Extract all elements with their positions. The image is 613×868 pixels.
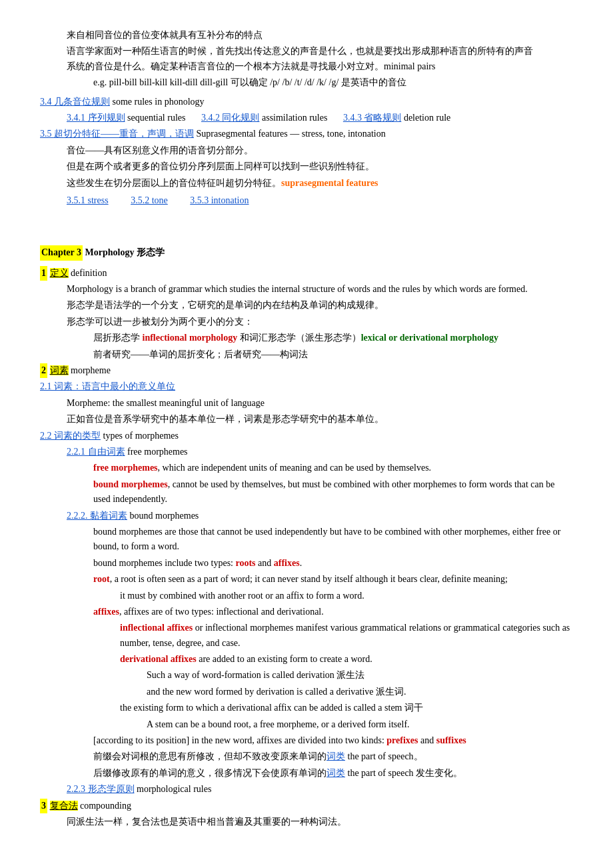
para-examples: e.g. pill-bill bill-kill kill-dill dill-…: [93, 75, 573, 90]
heading-3-4[interactable]: 3.4 几条音位规则 some rules in phonology: [40, 95, 573, 109]
chapter-3-heading: Chapter 3 Morphology 形态学: [40, 245, 573, 260]
chapter-cn: 形态学: [137, 247, 165, 257]
label-compounding-cn: 复合法: [50, 801, 78, 811]
heading-3-5-suffix: Suprasegmental features — stress, tone, …: [197, 129, 386, 139]
link-2-2-1[interactable]: 2.2.1 自由词素: [67, 447, 125, 457]
para-complement: 来自相同音位的音位变体就具有互补分布的特点: [67, 28, 573, 43]
para-bound-types: bound morphemes include two types: roots…: [93, 556, 573, 571]
section-3-heading: 3 复合法 compounding: [40, 799, 573, 813]
num-3: 3: [40, 799, 47, 813]
chapter-morphology: Morphology: [85, 247, 135, 257]
suffixes-label: suffixes: [436, 735, 466, 745]
supraseg-label: suprasegmental features: [281, 178, 378, 188]
heading-2-2-2[interactable]: 2.2.2. 黏着词素 bound morphemes: [67, 509, 573, 523]
para-derivational-affixes: derivational affixes are added to an exi…: [120, 652, 573, 667]
para-stem: the existing form to which a derivationa…: [120, 701, 573, 715]
label-definition: 定义: [50, 268, 69, 278]
para-stem-types: A stem can be a bound root, a free morph…: [147, 717, 573, 732]
para-derivative: and the new word formed by derivation is…: [147, 685, 573, 699]
para-morphology-def-en: Morphology is a branch of grammar which …: [67, 282, 573, 297]
para-3-5-1: 音位——具有区别意义作用的语音切分部分。: [67, 143, 573, 158]
link-3-5-2[interactable]: 3.5.2 tone: [131, 195, 168, 205]
heading-2-2-3[interactable]: 2.2.3 形态学原则 morphological rules: [67, 782, 573, 797]
part-of-speech-link-2[interactable]: 词类: [326, 768, 345, 778]
free-morphemes-label: free morphemes: [93, 463, 158, 473]
label-bound-morphemes: bound morphemes: [130, 511, 199, 521]
label-compounding-en: compounding: [80, 801, 131, 811]
roots-label: roots: [235, 558, 255, 568]
para-morphology-branches: 形态学可以进一步被划分为两个更小的分支：: [67, 315, 573, 329]
link-3-5[interactable]: 3.5 超切分特征——重音，声调，语调: [40, 129, 194, 139]
link-3-4-2[interactable]: 3.4.2 同化规则: [201, 113, 260, 123]
label-deletion: deletion rule: [404, 113, 450, 123]
affixes-label-1: affixes: [274, 558, 300, 568]
para-root-def: root, a root is often seen as a part of …: [93, 572, 573, 587]
heading-2-1[interactable]: 2.1 词素：语言中最小的意义单位: [40, 379, 573, 394]
affixes-label-2: affixes: [93, 607, 119, 617]
bound-morphemes-label: bound morphemes: [93, 479, 168, 489]
link-2-2[interactable]: 2.2 词素的类型: [40, 431, 101, 441]
label-morph-rules: morphological rules: [137, 784, 211, 794]
link-3-4-1[interactable]: 3.4.1 序列规则: [67, 113, 125, 123]
para-3-5-2: 但是在两个或者更多的音位切分序列层面上同样可以找到一些识别性特征。: [67, 159, 573, 174]
para-morphology-compare: 前者研究——单词的屈折变化；后者研究——构词法: [93, 347, 573, 362]
para-bound-morphemes-intro: bound morphemes, cannot be used by thems…: [93, 477, 573, 507]
para-morphology-def-cn: 形态学是语法学的一个分支，它研究的是单词的内在结构及单词的构成规律。: [67, 298, 573, 313]
heading-3-4-suffix: some rules in phonology: [113, 97, 205, 107]
label-sequential: sequential rules: [127, 113, 185, 123]
part-of-speech-link-1[interactable]: 词类: [326, 751, 345, 761]
section-2-heading: 2 词素 morpheme: [40, 363, 573, 378]
para-free-morphemes: free morphemes, which are independent un…: [93, 461, 573, 475]
para-compounding: 同派生法一样，复合法也是英语中相当普遍及其重要的一种构词法。: [67, 815, 573, 829]
para-phoneme-method: 语言学家面对一种陌生语言的时候，首先找出传达意义的声音是什么，也就是要找出形成那…: [67, 44, 573, 74]
link-3-4[interactable]: 3.4 几条音位规则: [40, 97, 110, 107]
link-2-2-2[interactable]: 2.2.2. 黏着词素: [67, 511, 127, 521]
para-derivation: Such a way of word-formation is called d…: [147, 668, 573, 683]
heading-2-2-1[interactable]: 2.2.1 自由词素 free morphemes: [67, 445, 573, 459]
label-definition-en: definition: [71, 268, 107, 278]
heading-row-3-4-sub: 3.4.1 序列规则 sequential rules 3.4.2 同化规则 a…: [67, 111, 573, 125]
para-morphology-types: 屈折形态学 inflectional morphology 和词汇形态学（派生形…: [93, 331, 573, 345]
heading-row-3-5-sub: 3.5.1 stress 3.5.2 tone 3.5.3 intonation: [67, 193, 573, 208]
para-3-5-3: 这些发生在切分层面以上的音位特征叫超切分特征。suprasegmental fe…: [67, 176, 573, 191]
para-2-1-cn: 正如音位是音系学研究中的基本单位一样，词素是形态学研究中的基本单位。: [67, 412, 573, 427]
num-1: 1: [40, 266, 47, 281]
para-2-1-en: Morpheme: the smallest meaningful unit o…: [67, 396, 573, 411]
page-content: 来自相同音位的音位变体就具有互补分布的特点 语言学家面对一种陌生语言的时候，首先…: [40, 28, 573, 829]
para-affixes-def: affixes, affixes are of two types: infle…: [93, 605, 573, 619]
lexical-derivational: lexical or derivational morphology: [361, 333, 498, 343]
para-inflectional-affixes: inflectional affixes or inflectional mor…: [120, 621, 573, 651]
link-3-5-3[interactable]: 3.5.3 intonation: [190, 195, 249, 205]
link-2-1[interactable]: 2.1 词素：语言中最小的意义单位: [40, 381, 175, 391]
label-morpheme-en: morpheme: [71, 365, 111, 375]
label-free-morphemes: free morphemes: [127, 447, 188, 457]
chapter-label: Chapter 3: [40, 245, 83, 260]
prefixes-label: prefixes: [386, 735, 418, 745]
num-2: 2: [40, 363, 47, 378]
link-2-2-3[interactable]: 2.2.3 形态学原则: [67, 784, 135, 794]
para-root-combine: it must by combined with another root or…: [120, 589, 573, 603]
para-prefixes-suffixes: [according to its position] in the new w…: [93, 733, 573, 748]
link-3-5-1[interactable]: 3.5.1 stress: [67, 195, 109, 205]
para-prefix-note: 前缀会对词根的意思有所修改，但却不致改变原来单词的词类 the part of …: [93, 749, 573, 764]
para-bound-def: bound morphemes are those that cannot be…: [93, 525, 573, 555]
para-suffix-note: 后缀修改原有的单词的意义，很多情况下会使原有单词的词类 the part of …: [93, 766, 573, 781]
label-assim: assimilation rules: [262, 113, 327, 123]
link-3-4-3[interactable]: 3.4.3 省略规则: [343, 113, 402, 123]
inflectional-morphology: inflectional morphology: [143, 333, 238, 343]
label-2-2-en: types of morphemes: [103, 431, 179, 441]
root-label: root: [93, 574, 110, 584]
heading-2-2[interactable]: 2.2 词素的类型 types of morphemes: [40, 429, 573, 443]
spacer: [40, 209, 573, 229]
section-1-heading: 1 定义 definition: [40, 266, 573, 281]
inflectional-affixes-label: inflectional affixes: [120, 623, 193, 633]
heading-3-5[interactable]: 3.5 超切分特征——重音，声调，语调 Suprasegmental featu…: [40, 127, 573, 141]
derivational-affixes-label: derivational affixes: [120, 654, 197, 664]
label-morpheme-cn: 词素: [50, 365, 69, 375]
